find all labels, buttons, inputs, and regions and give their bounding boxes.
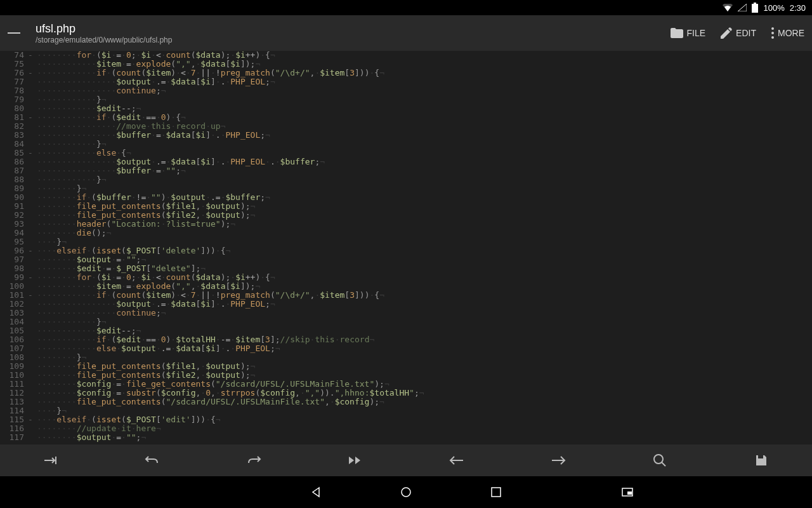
code-line[interactable]: 90········if·($buffer·!=·"")·$output·.=·… [0,193,812,202]
tab-indent-button[interactable] [41,450,61,471]
code-line[interactable]: 76-············if·(count($item)·<·7·||·!… [0,69,812,77]
more-menu[interactable]: MORE [771,27,804,39]
svg-rect-1 [754,3,756,4]
code-line[interactable]: 116········//update·it·here¬ [0,424,812,433]
code-line[interactable]: 104············}¬ [0,318,812,326]
redo-button[interactable] [244,450,264,471]
code-line[interactable]: 107············else·$output·.=·$data[$i]… [0,344,812,353]
code-line[interactable]: 102················$output·.=·$data[$i]·… [0,300,812,309]
svg-rect-7 [492,488,501,497]
svg-point-4 [771,36,774,39]
code-line[interactable]: 114····}¬ [0,406,812,415]
app-toolbar: ufsl.php /storage/emulated/0/www/public/… [0,15,812,51]
signal-icon [738,4,747,11]
code-line[interactable]: 87················$buffer·=·"";¬ [0,166,812,175]
code-line[interactable]: 77················$output·.=·$data[$i]·.… [0,77,812,86]
code-line[interactable]: 113········file_put_contents("/sdcard/UF… [0,398,812,406]
fast-forward-button[interactable] [345,450,365,471]
code-line[interactable]: 85-············else·{¬ [0,149,812,157]
folder-icon [671,28,683,38]
android-nav-bar [0,476,812,508]
code-line[interactable]: 99-········for·($i·=·0;·$i·<·count($data… [0,273,812,282]
undo-button[interactable] [142,450,162,471]
svg-point-5 [654,455,663,464]
code-line[interactable]: 110········file_put_contents($file2,·$ou… [0,371,812,380]
file-menu[interactable]: FILE [671,28,706,38]
code-line[interactable]: 82················//move·this·record·up¬ [0,122,812,131]
code-line[interactable]: 103················continue;¬ [0,309,812,318]
code-line[interactable]: 115-····elseif·(isset($_POST['edit']))·{… [0,415,812,424]
edit-menu[interactable]: EDIT [721,27,756,39]
file-title: ufsl.php [36,22,671,36]
code-line[interactable]: 94········die();¬ [0,229,812,237]
code-line[interactable]: 84············}¬ [0,140,812,149]
code-line[interactable]: 91········file_put_contents($file1,·$out… [0,202,812,211]
code-line[interactable]: 117········$output·=·"";¬ [0,433,812,442]
menu-button[interactable] [8,23,28,43]
pip-nav-button[interactable] [620,485,634,499]
code-line[interactable]: 106············if·($edit·==·0)·$totalHH·… [0,335,812,344]
code-line[interactable]: 109········file_put_contents($file1,·$ou… [0,362,812,371]
code-line[interactable]: 112········$config·=·substr($config,·0,·… [0,389,812,398]
code-line[interactable]: 98········$edit·=·$_POST["delete"];¬ [0,264,812,273]
code-line[interactable]: 96-····elseif·(isset($_POST['delete']))·… [0,246,812,255]
code-line[interactable]: 81-············if·($edit·==·0)·{¬ [0,113,812,122]
search-button[interactable] [650,450,670,471]
status-time: 2:30 [790,3,806,13]
svg-point-2 [771,27,774,30]
code-line[interactable]: 92········file_put_contents($file2,·$out… [0,211,812,220]
wifi-icon [723,4,733,11]
code-line[interactable]: 83················$buffer·=·$data[$i]·.·… [0,131,812,140]
code-line[interactable]: 93········header("Location:·?list=true")… [0,220,812,229]
arrow-right-button[interactable] [548,450,568,471]
svg-rect-0 [752,4,758,13]
code-editor[interactable]: 74-········for·($i·=·0;·$i·<·count($data… [0,51,812,444]
code-line[interactable]: 108········}¬ [0,353,812,362]
more-icon [771,27,774,39]
code-line[interactable]: 101-············if·(count($item)·<·7·||·… [0,291,812,300]
status-bar: 100% 2:30 [0,0,812,15]
arrow-left-button[interactable] [447,450,467,471]
battery-percent: 100% [763,3,784,13]
code-line[interactable]: 111········$config·=·file_get_contents("… [0,380,812,389]
back-nav-button[interactable] [309,485,323,499]
code-line[interactable]: 79············}¬ [0,95,812,104]
code-line[interactable]: 88············}¬ [0,175,812,184]
code-line[interactable]: 75············$item·=·explode(",",·$data… [0,60,812,69]
file-path: /storage/emulated/0/www/public/ufsl.php [36,36,671,44]
pencil-icon [721,27,732,39]
code-line[interactable]: 105············$edit--;¬ [0,326,812,335]
code-line[interactable]: 80············$edit--;¬ [0,104,812,113]
code-line[interactable]: 86················$output·.=·$data[$i]·.… [0,157,812,166]
editor-toolbar [0,444,812,476]
code-line[interactable]: 78················continue;¬ [0,86,812,95]
code-line[interactable]: 100············$item·=·explode(",",·$dat… [0,282,812,291]
svg-point-6 [402,488,410,497]
battery-icon [752,3,758,13]
code-line[interactable]: 95····}¬ [0,237,812,246]
code-line[interactable]: 89········}¬ [0,184,812,193]
svg-rect-9 [627,491,632,495]
recent-nav-button[interactable] [489,485,503,499]
home-nav-button[interactable] [399,485,413,499]
code-line[interactable]: 97········$output·=·"";¬ [0,255,812,264]
save-button[interactable] [751,450,771,471]
svg-point-3 [771,32,774,34]
code-line[interactable]: 74-········for·($i·=·0;·$i·<·count($data… [0,51,812,60]
